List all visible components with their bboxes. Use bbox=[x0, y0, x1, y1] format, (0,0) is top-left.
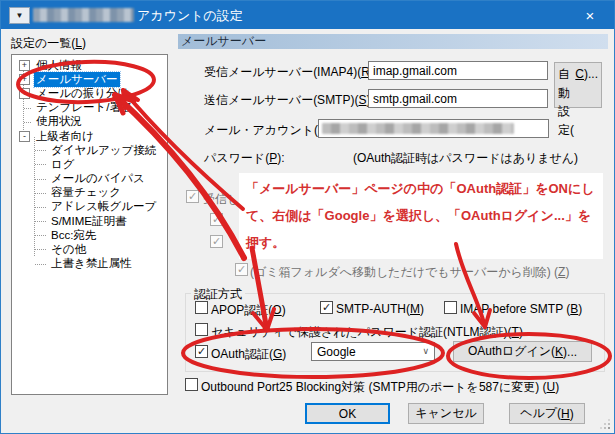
server-sub-option2-checkbox[interactable]: ✓ bbox=[210, 235, 223, 248]
sidebar-item-label: ログ bbox=[49, 157, 77, 172]
expand-plus-icon[interactable]: + bbox=[19, 88, 30, 99]
oauth-provider-value: Google bbox=[317, 345, 356, 359]
recv-server-label: 受信メールサーバー(IMAP4)(R): bbox=[204, 64, 377, 81]
sidebar-item-mail-server[interactable]: +メールサーバー bbox=[13, 72, 166, 86]
help-button[interactable]: ヘルプ(H) bbox=[509, 403, 585, 424]
sidebar-item-label: テンプレート/署名 bbox=[34, 100, 135, 115]
server-sub-option1-checkbox[interactable]: ✓ bbox=[210, 213, 223, 226]
password-note: (OAuth認証時はパスワードはありません) bbox=[353, 150, 578, 167]
sidebar-item-label: 容量チェック bbox=[49, 185, 123, 200]
smtp-auth-label: SMTP-AUTH(M) bbox=[336, 302, 424, 316]
sidebar-item-label: 使用状況 bbox=[34, 114, 84, 129]
outbound-port25-checkbox[interactable] bbox=[185, 378, 198, 391]
send-server-input[interactable]: smtp.gmail.com bbox=[368, 89, 548, 108]
sidebar-item-label: メールの振り分け bbox=[34, 86, 131, 101]
sidebar-item-bcc-dest[interactable]: Bcc:宛先 bbox=[13, 228, 166, 242]
page-title: メールサーバー bbox=[178, 34, 608, 49]
sidebar-item-label: メールのバイパス bbox=[49, 171, 147, 186]
sidebar-item-label: 上級者向け bbox=[34, 129, 96, 144]
close-button[interactable]: × bbox=[568, 1, 612, 29]
oauth-provider-select[interactable]: Google ∨ bbox=[311, 342, 435, 361]
oauth-login-button[interactable]: OAuthログイン(K)... bbox=[453, 341, 592, 362]
window-title: アカウントの設定 bbox=[137, 7, 243, 25]
auto-config-button[interactable]: 自動設定(C)... bbox=[554, 62, 602, 108]
collapse-minus-icon[interactable]: - bbox=[19, 131, 30, 142]
resize-grip-icon[interactable] bbox=[608, 427, 610, 429]
sidebar-item-label: Bcc:宛先 bbox=[49, 228, 98, 243]
sidebar-item-label: 個人情報 bbox=[34, 58, 84, 73]
settings-list-label: 設定の一覧(L) bbox=[11, 35, 86, 52]
ntlm-label: セキュリティで保護されたパスワード認証(NTLM認証)(T) bbox=[211, 324, 523, 341]
oauth-checkbox[interactable]: ✓ bbox=[195, 345, 208, 358]
ntlm-checkbox[interactable] bbox=[195, 323, 208, 336]
mail-account-input[interactable] bbox=[318, 119, 549, 138]
expand-plus-icon[interactable]: + bbox=[19, 74, 30, 85]
redacted-account-value bbox=[322, 123, 514, 134]
system-menu-button[interactable]: ▼ bbox=[9, 7, 30, 24]
titlebar: ▼ アカウントの設定 × bbox=[1, 1, 614, 29]
annotation-note: 「メールサーバー」ページの中の「OAuth認証」をONにし て、右側は「Goog… bbox=[239, 173, 603, 259]
apop-checkbox[interactable] bbox=[195, 301, 208, 314]
sidebar-item-smime-cert[interactable]: S/MIME証明書 bbox=[13, 214, 166, 228]
sidebar-item-addressbook-group[interactable]: アドレス帳グループ bbox=[13, 200, 166, 214]
sidebar-item-label: その他 bbox=[49, 242, 88, 257]
recv-server-input[interactable]: imap.gmail.com bbox=[368, 61, 548, 80]
annotation-line: て、右側は「Google」を選択し、「OAuthログイン...」を bbox=[246, 202, 596, 229]
sidebar-item-advanced[interactable]: -上級者向け bbox=[13, 129, 166, 143]
settings-tree: +個人情報+メールサーバー+メールの振り分けテンプレート/署名使用状況-上級者向… bbox=[11, 54, 168, 395]
cancel-button[interactable]: キャンセル bbox=[408, 403, 484, 424]
dropdown-triangle-icon: ▼ bbox=[16, 11, 24, 20]
ok-button[interactable]: OK bbox=[305, 403, 390, 424]
sidebar-item-label: アドレス帳グループ bbox=[49, 199, 158, 214]
sidebar-item-label: メールサーバー bbox=[34, 72, 120, 87]
sidebar-item-dialup[interactable]: ダイヤルアップ接続 bbox=[13, 143, 166, 157]
sidebar-item-mail-filtering[interactable]: +メールの振り分け bbox=[13, 86, 166, 100]
apop-label: APOP認証(O) bbox=[211, 302, 286, 319]
sidebar-item-log[interactable]: ログ bbox=[13, 157, 166, 171]
imap-before-smtp-checkbox[interactable] bbox=[444, 301, 457, 314]
redacted-account-name bbox=[33, 8, 134, 22]
oauth-label: OAuth認証(G) bbox=[211, 346, 286, 363]
outbound-port25-label: Outbound Port25 Blocking対策 (SMTP用のポートを58… bbox=[201, 379, 559, 396]
sidebar-item-overwrite-protect[interactable]: 上書き禁止属性 bbox=[13, 257, 166, 271]
sidebar-item-other[interactable]: その他 bbox=[13, 242, 166, 256]
trash-delete-label: (ゴミ箱フォルダへ移動しただけでもサーバーから削除) (Z) bbox=[250, 264, 569, 281]
chevron-down-icon: ∨ bbox=[422, 346, 429, 356]
sidebar-item-usage[interactable]: 使用状況 bbox=[13, 115, 166, 129]
sidebar-item-label: ダイヤルアップ接続 bbox=[49, 143, 158, 158]
sidebar-item-capacity-check[interactable]: 容量チェック bbox=[13, 186, 166, 200]
send-server-label: 送信メールサーバー(SMTP)(S): bbox=[204, 92, 374, 109]
account-settings-dialog: ▼ アカウントの設定 × 設定の一覧(L) +個人情報+メールサーバー+メールの… bbox=[0, 0, 615, 434]
leave-on-server-checkbox[interactable]: ✓ bbox=[186, 190, 199, 203]
annotation-line: 「メールサーバー」ページの中の「OAuth認証」をONにし bbox=[246, 175, 596, 202]
sidebar-item-personal-info[interactable]: +個人情報 bbox=[13, 58, 166, 72]
trash-delete-checkbox[interactable]: ✓ bbox=[235, 263, 248, 276]
sidebar-item-label: 上書き禁止属性 bbox=[49, 256, 134, 271]
mail-account-label: メール・アカウント(N): bbox=[204, 122, 334, 139]
sidebar-item-label: S/MIME証明書 bbox=[49, 214, 128, 229]
sidebar-item-template-signature[interactable]: テンプレート/署名 bbox=[13, 101, 166, 115]
smtp-auth-checkbox[interactable]: ✓ bbox=[320, 301, 333, 314]
tree-items: +個人情報+メールサーバー+メールの振り分けテンプレート/署名使用状況-上級者向… bbox=[13, 58, 166, 271]
expand-plus-icon[interactable]: + bbox=[19, 60, 30, 71]
sidebar-item-mail-bypass[interactable]: メールのバイパス bbox=[13, 172, 166, 186]
close-icon: × bbox=[586, 7, 595, 24]
imap-before-smtp-label: IMAP before SMTP (B) bbox=[460, 302, 582, 316]
annotation-line: 押す。 bbox=[246, 229, 596, 256]
password-label: パスワード(P): bbox=[204, 150, 284, 167]
